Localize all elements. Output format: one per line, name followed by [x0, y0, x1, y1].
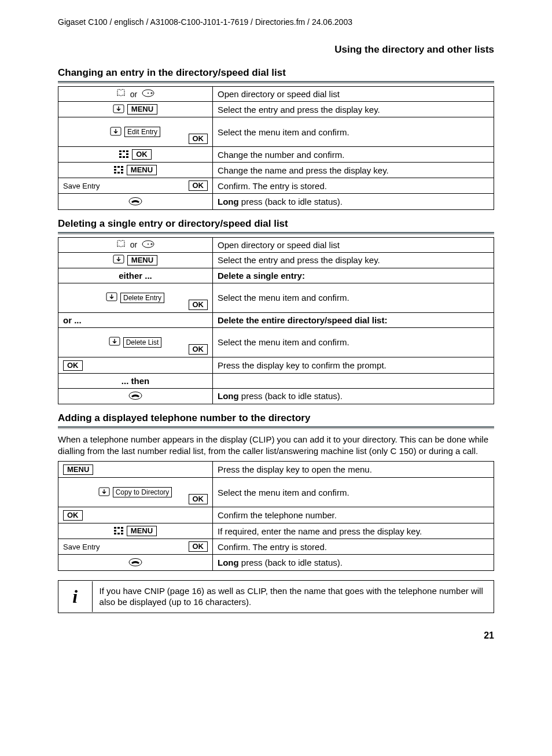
hangup-key-icon [128, 558, 142, 568]
ok-key: OK [189, 134, 208, 144]
step-desc: Confirm. The entry is stored. [213, 539, 494, 555]
divider [58, 232, 494, 234]
ok-key: OK [189, 344, 208, 355]
info-text: If you have CNIP (page 16) as well as CL… [93, 581, 494, 613]
book-icon [116, 89, 126, 99]
dial-key-icon [142, 89, 154, 99]
ok-key: OK [63, 510, 83, 521]
down-key-icon [113, 255, 124, 265]
step-desc: Open directory or speed dial list [213, 237, 494, 252]
section3-intro: When a telephone number appears in the d… [58, 434, 494, 456]
delete-entry-key: Delete Entry [120, 293, 164, 303]
ok-key: OK [189, 541, 208, 552]
step-desc [213, 373, 494, 388]
menu-key: MENU [127, 255, 157, 265]
section2-title: Deleting a single entry or directory/spe… [58, 218, 494, 230]
menu-key: MENU [63, 464, 93, 475]
divider [58, 81, 494, 83]
info-icon: i [58, 581, 93, 612]
edit-entry-key: Edit Entry [124, 127, 160, 137]
or-text: or [129, 240, 138, 249]
step-desc: Select the menu item and confirm. [213, 478, 494, 507]
down-key-icon [109, 337, 120, 347]
table-adding-number: MENU Press the display key to open the m… [58, 461, 494, 571]
hangup-key-icon [128, 197, 142, 207]
menu-key: MENU [127, 165, 157, 175]
book-icon [116, 240, 126, 250]
down-key-icon [113, 105, 124, 115]
down-key-icon [111, 127, 121, 137]
ok-key: OK [189, 180, 208, 191]
then-label: ... then [122, 376, 149, 386]
menu-key: MENU [127, 104, 157, 115]
step-desc: Long press (back to idle status). [213, 388, 494, 404]
doc-path: Gigaset C100 / englisch / A31008-C100-J1… [58, 17, 494, 27]
step-desc: Select the entry and press the display k… [213, 102, 494, 117]
section1-title: Changing an entry in the directory/speed… [58, 67, 494, 79]
step-desc: Delete the entire directory/speed dial l… [218, 315, 387, 325]
step-desc: Confirm. The entry is stored. [213, 178, 494, 194]
step-desc: Press the display key to open the menu. [213, 462, 494, 478]
save-entry-label: Save Entry [63, 543, 100, 551]
step-desc: Long press (back to idle status). [213, 555, 494, 571]
divider [58, 426, 494, 428]
keypad-icon [114, 526, 123, 536]
table-changing-entry: or Open directory or speed dial list MEN… [58, 86, 494, 210]
hangup-key-icon [128, 392, 142, 401]
step-desc: Confirm the telephone number. [213, 507, 494, 523]
step-desc: If required, enter the name and press th… [213, 523, 494, 539]
either-label: either ... [119, 271, 152, 281]
save-entry-label: Save Entry [63, 182, 100, 190]
keypad-icon [114, 165, 123, 175]
ok-key: OK [63, 360, 83, 371]
ok-key: OK [189, 494, 208, 504]
step-desc: Delete a single entry: [218, 271, 305, 281]
dial-key-icon [142, 240, 154, 250]
keypad-icon [119, 150, 128, 160]
step-desc: Change the number and confirm. [213, 147, 494, 163]
copy-to-directory-key: Copy to Directory [113, 487, 172, 497]
down-key-icon [99, 488, 109, 497]
or-text: or [129, 90, 138, 99]
section3-title: Adding a displayed telephone number to t… [58, 412, 494, 424]
or-label: or ... [63, 315, 82, 325]
step-desc: Long press (back to idle status). [213, 194, 494, 210]
step-desc: Press the display key to confirm the pro… [213, 357, 494, 373]
ok-key: OK [189, 300, 208, 310]
menu-key: MENU [127, 526, 157, 536]
step-desc: Select the menu item and confirm. [213, 327, 494, 357]
delete-list-key: Delete List [123, 337, 162, 348]
section-breadcrumb: Using the directory and other lists [58, 44, 494, 56]
step-desc: Select the entry and press the display k… [213, 252, 494, 268]
table-deleting-entry: or Open directory or speed dial list MEN… [58, 237, 494, 405]
ok-key: OK [132, 149, 152, 160]
step-desc: Select the menu item and confirm. [213, 117, 494, 147]
down-key-icon [106, 293, 117, 303]
step-desc: Open directory or speed dial list [213, 87, 494, 102]
step-desc: Select the menu item and confirm. [213, 283, 494, 312]
page-number: 21 [58, 630, 494, 641]
step-desc: Change the name and press the display ke… [213, 163, 494, 178]
info-box: i If you have CNIP (page 16) as well as … [58, 580, 494, 613]
